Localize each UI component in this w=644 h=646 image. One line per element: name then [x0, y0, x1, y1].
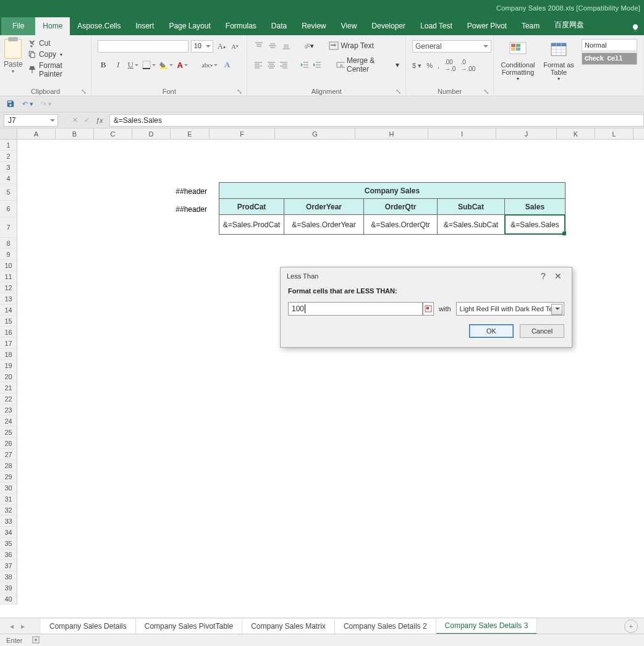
row-header-37[interactable]: 37 [0, 560, 17, 571]
td-prodcat[interactable]: &=Sales.ProdCat [219, 214, 284, 235]
col-header-I[interactable]: I [428, 128, 496, 139]
align-middle-button[interactable] [267, 40, 278, 51]
row-header-3[interactable]: 3 [0, 162, 17, 173]
accept-edit-button[interactable]: ✓ [84, 116, 90, 124]
font-launcher-icon[interactable]: ⤡ [235, 88, 243, 95]
row-header-31[interactable]: 31 [0, 493, 17, 505]
row-header-38[interactable]: 38 [0, 571, 17, 582]
th-orderqtr[interactable]: OrderQtr [363, 198, 438, 215]
cell-style-normal[interactable]: Normal [582, 39, 637, 51]
font-color-button[interactable]: A [177, 59, 188, 71]
sheet-tab-2[interactable]: Company Sales Matrix [242, 619, 335, 634]
increase-font-button[interactable]: A▴ [216, 40, 227, 52]
dialog-close-button[interactable]: ✕ [551, 271, 566, 281]
align-bottom-button[interactable] [281, 40, 292, 51]
phonetic-button[interactable]: abc▾ [201, 59, 218, 71]
col-header-J[interactable]: J [496, 128, 557, 139]
row-header-6[interactable]: 6 [0, 201, 17, 217]
col-header-E[interactable]: E [171, 128, 210, 139]
col-header-G[interactable]: G [275, 128, 355, 139]
sheet-tab-0[interactable]: Company Sales Details [41, 619, 136, 634]
font-a-button[interactable]: A [221, 59, 232, 71]
tab-pagelayout[interactable]: Page Layout [161, 17, 218, 35]
sheet-tab-3[interactable]: Company Sales Details 2 [335, 619, 436, 634]
tab-review[interactable]: Review [294, 17, 333, 35]
italic-button[interactable]: I [112, 59, 124, 71]
border-button[interactable] [142, 59, 156, 71]
dialog-help-button[interactable]: ? [536, 271, 551, 281]
new-sheet-button[interactable]: + [624, 619, 638, 633]
undo-button[interactable]: ↶ ▾ [22, 100, 33, 108]
tab-data[interactable]: Data [264, 17, 294, 35]
clipboard-launcher-icon[interactable]: ⤡ [80, 88, 87, 95]
paste-button[interactable]: Paste [2, 60, 24, 69]
increase-indent-button[interactable] [312, 59, 322, 70]
cancel-button[interactable]: Cancel [520, 324, 564, 338]
tab-team[interactable]: Team [514, 17, 547, 35]
copy-button[interactable]: Copy▾ [28, 50, 86, 59]
number-launcher-icon[interactable]: ⤡ [482, 88, 489, 95]
align-left-button[interactable] [253, 59, 263, 70]
bold-button[interactable]: B [98, 59, 109, 71]
format-as-table-button[interactable]: Format as Table▾ [541, 39, 577, 94]
tell-me[interactable] [629, 20, 644, 35]
row-header-7[interactable]: 7 [0, 217, 17, 238]
row-header-30[interactable]: 30 [0, 482, 17, 493]
comma-button[interactable]: , [438, 62, 439, 69]
row-header-19[interactable]: 19 [0, 360, 17, 371]
underline-button[interactable]: U [127, 59, 138, 71]
row-header-28[interactable]: 28 [0, 460, 17, 471]
cut-button[interactable]: Cut [28, 39, 86, 48]
row-header-12[interactable]: 12 [0, 282, 17, 293]
decrease-font-button[interactable]: A▾ [229, 40, 240, 52]
sheet-nav-next[interactable]: ▸ [17, 622, 28, 631]
col-header-F[interactable]: F [210, 128, 275, 139]
align-center-button[interactable] [266, 59, 276, 70]
percent-button[interactable]: % [426, 62, 433, 69]
row-header-33[interactable]: 33 [0, 516, 17, 527]
row-header-10[interactable]: 10 [0, 260, 17, 271]
tab-formulas[interactable]: Formulas [218, 17, 264, 35]
align-launcher-icon[interactable]: ⤡ [394, 88, 402, 95]
format-painter-button[interactable]: Format Painter [28, 61, 86, 78]
ok-button[interactable]: OK [469, 324, 514, 338]
tab-baidu[interactable]: 百度网盘 [547, 15, 591, 35]
row-header-26[interactable]: 26 [0, 438, 17, 449]
row-header-34[interactable]: 34 [0, 527, 17, 538]
row-header-11[interactable]: 11 [0, 271, 17, 282]
row-header-32[interactable]: 32 [0, 505, 17, 516]
th-subcat[interactable]: SubCat [437, 198, 505, 215]
row-header-14[interactable]: 14 [0, 304, 17, 316]
th-prodcat[interactable]: ProdCat [219, 198, 284, 215]
td-orderqtr[interactable]: &=Sales.OrderQtr [363, 214, 438, 235]
row-header-17[interactable]: 17 [0, 338, 17, 349]
th-sales[interactable]: Sales [504, 198, 566, 215]
row-header-35[interactable]: 35 [0, 538, 17, 549]
row-header-21[interactable]: 21 [0, 382, 17, 393]
cancel-edit-button[interactable]: ✕ [72, 116, 78, 124]
tab-view[interactable]: View [334, 17, 365, 35]
tab-file[interactable]: File [1, 17, 35, 35]
td-orderyear[interactable]: &=Sales.OrderYear [284, 214, 364, 235]
conditional-formatting-button[interactable]: Conditional Formatting▾ [500, 39, 536, 94]
col-header-L[interactable]: L [595, 128, 633, 139]
tab-insert[interactable]: Insert [128, 17, 161, 35]
row-header-16[interactable]: 16 [0, 327, 17, 338]
format-combo[interactable]: Light Red Fill with Dark Red Text [456, 302, 564, 316]
th-orderyear[interactable]: OrderYear [284, 198, 364, 215]
formula-input[interactable]: &=Sales.Sales [109, 114, 644, 127]
font-name-combo[interactable] [98, 40, 189, 52]
sheet-tab-1[interactable]: Company Sales PivotTable [136, 619, 242, 634]
row-header-13[interactable]: 13 [0, 293, 17, 304]
row-header-25[interactable]: 25 [0, 427, 17, 438]
row-header-4[interactable]: 4 [0, 173, 17, 184]
td-sales[interactable]: &=Sales.Sales [504, 214, 566, 235]
tab-developer[interactable]: Developer [364, 17, 413, 35]
orientation-button[interactable]: ab▾ [303, 40, 314, 51]
align-right-button[interactable] [279, 59, 289, 70]
row-header-23[interactable]: 23 [0, 405, 17, 416]
fx-button[interactable]: ƒx [96, 117, 103, 124]
row-header-9[interactable]: 9 [0, 249, 17, 260]
macro-record-icon[interactable] [32, 636, 40, 645]
col-header-B[interactable]: B [56, 128, 94, 139]
